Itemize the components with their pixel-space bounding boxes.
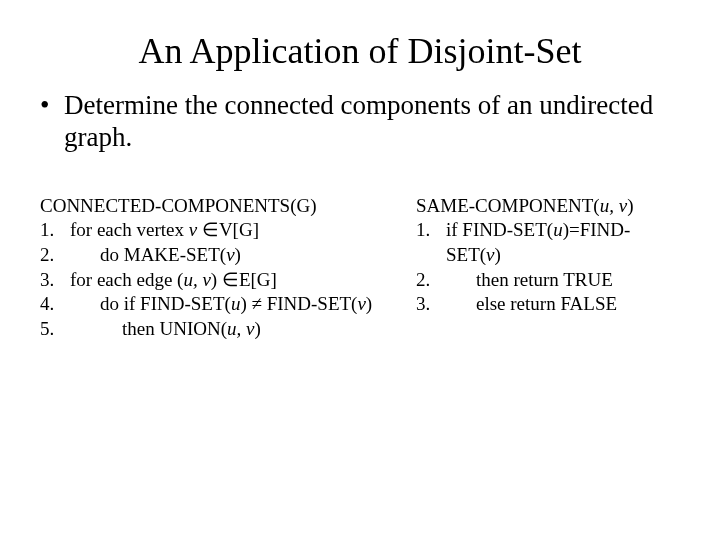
line-body: do if FIND-SET(u) ≠ FIND-SET(v) — [70, 292, 372, 317]
text: ) — [235, 244, 241, 265]
var: u, v — [183, 269, 210, 290]
algo-line: 5. then UNION(u, v) — [40, 317, 400, 342]
text: then return TRUE — [476, 269, 613, 290]
line-body: for each edge (u, v) ∈E[G] — [70, 268, 277, 293]
slide: An Application of Disjoint-Set • Determi… — [0, 0, 720, 540]
algo-left: CONNECTED-COMPONENTS(G) 1. for each vert… — [40, 194, 400, 342]
text: then UNION( — [122, 318, 227, 339]
bullet-item: • Determine the connected components of … — [40, 90, 680, 154]
algo-right-name: SAME-COMPONENT(u, v) — [416, 194, 680, 219]
algo-line: 2. then return TRUE — [416, 268, 680, 293]
algo-line: 3. for each edge (u, v) ∈E[G] — [40, 268, 400, 293]
line-body: else return FALSE — [446, 292, 617, 317]
line-num: 3. — [40, 268, 70, 293]
text: else return FALSE — [476, 293, 617, 314]
text: SAME-COMPONENT( — [416, 195, 600, 216]
algo-line: 1. if FIND-SET(u)=FIND-SET(v) — [416, 218, 680, 267]
text: for each vertex — [70, 219, 189, 240]
text: do if FIND-SET( — [100, 293, 231, 314]
text: ) — [627, 195, 633, 216]
algo-line: 2. do MAKE-SET(v) — [40, 243, 400, 268]
algo-line: 3. else return FALSE — [416, 292, 680, 317]
var: u, v — [227, 318, 254, 339]
line-num: 5. — [40, 317, 70, 342]
line-body: if FIND-SET(u)=FIND-SET(v) — [446, 218, 680, 267]
text: ) — [495, 244, 501, 265]
text: do MAKE-SET( — [100, 244, 226, 265]
text: ) — [254, 318, 260, 339]
var: v — [357, 293, 365, 314]
bullet-list: • Determine the connected components of … — [40, 90, 680, 154]
bullet-text: Determine the connected components of an… — [64, 90, 680, 154]
text: ) ≠ FIND-SET( — [240, 293, 357, 314]
line-num: 2. — [416, 268, 446, 293]
var: u — [231, 293, 241, 314]
line-num: 4. — [40, 292, 70, 317]
line-body: then return TRUE — [446, 268, 613, 293]
line-num: 3. — [416, 292, 446, 317]
var: v — [226, 244, 234, 265]
line-body: for each vertex v ∈V[G] — [70, 218, 259, 243]
var: u, v — [600, 195, 627, 216]
line-num: 2. — [40, 243, 70, 268]
text: ) — [366, 293, 372, 314]
algo-line: 1. for each vertex v ∈V[G] — [40, 218, 400, 243]
text: if FIND-SET( — [446, 219, 553, 240]
line-body: then UNION(u, v) — [70, 317, 261, 342]
algorithm-columns: CONNECTED-COMPONENTS(G) 1. for each vert… — [40, 194, 680, 342]
var: v — [486, 244, 494, 265]
line-num: 1. — [40, 218, 70, 243]
var: v — [189, 219, 197, 240]
var: u — [553, 219, 563, 240]
text: ) ∈E[G] — [211, 269, 277, 290]
text: for each edge ( — [70, 269, 183, 290]
slide-title: An Application of Disjoint-Set — [40, 30, 680, 72]
algo-right: SAME-COMPONENT(u, v) 1. if FIND-SET(u)=F… — [416, 194, 680, 342]
text: ∈V[G] — [197, 219, 259, 240]
line-body: do MAKE-SET(v) — [70, 243, 241, 268]
algo-left-name: CONNECTED-COMPONENTS(G) — [40, 194, 400, 219]
line-num: 1. — [416, 218, 446, 267]
algo-line: 4. do if FIND-SET(u) ≠ FIND-SET(v) — [40, 292, 400, 317]
bullet-dot: • — [40, 90, 64, 154]
